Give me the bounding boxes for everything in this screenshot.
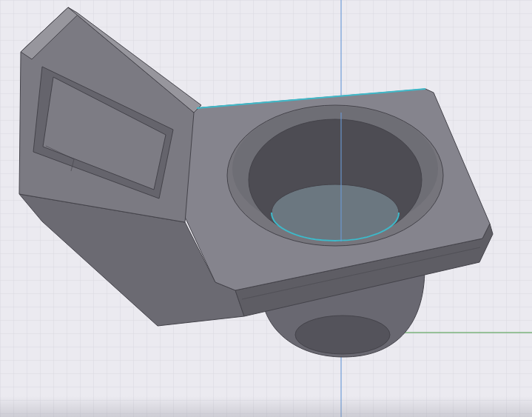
viewport-bottom-shadow [0, 396, 532, 417]
boss-bottom-face[interactable] [295, 316, 390, 354]
viewport-canvas[interactable] [0, 0, 532, 417]
cad-viewport[interactable] [0, 0, 532, 417]
